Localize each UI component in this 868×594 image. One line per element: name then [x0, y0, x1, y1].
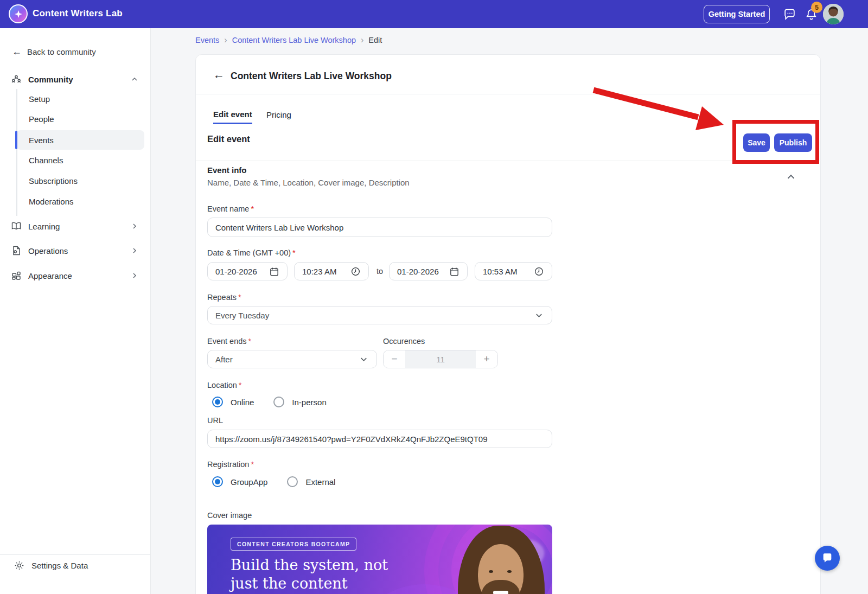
start-date-input[interactable]: 01-20-2026 [207, 262, 288, 280]
divider [196, 161, 821, 161]
operations-icon [11, 245, 22, 256]
chevron-right-icon [130, 270, 139, 281]
registration-groupapp-radio[interactable] [212, 476, 223, 487]
end-date-input[interactable]: 01-20-2026 [389, 262, 468, 280]
brand-logo[interactable] [9, 4, 28, 23]
breadcrumb-workshop-link[interactable]: Content Writers Lab Live Workshop [232, 36, 356, 44]
occurrences-stepper: − 11 + [383, 350, 498, 368]
url-label: URL [207, 416, 223, 425]
sidebar-item-events[interactable]: Events [0, 130, 151, 150]
location-online-radio[interactable] [212, 397, 223, 407]
occurrences-value: 11 [405, 350, 476, 368]
repeats-select[interactable]: Every Tuesday [207, 306, 552, 324]
registration-radio-group: GroupApp External [212, 476, 347, 487]
location-inperson-radio[interactable] [273, 397, 284, 407]
breadcrumb: Events › Content Writers Lab Live Worksh… [195, 35, 382, 45]
increment-button[interactable]: + [476, 350, 497, 368]
required-asterisk: * [248, 337, 252, 346]
to-label: to [376, 267, 383, 276]
main-content: Events › Content Writers Lab Live Worksh… [151, 28, 868, 594]
cover-image[interactable]: CONTENT CREATORS BOOTCAMP Build the syst… [207, 525, 552, 594]
page-heading: Edit event [207, 134, 250, 144]
notification-count-badge: 5 [811, 2, 822, 13]
calendar-icon [269, 266, 279, 277]
sidebar-item-subscriptions[interactable]: Subscriptions [0, 171, 151, 190]
sidebar-section-community[interactable]: Community [0, 69, 151, 89]
brand-title: Content Writers Lab [33, 8, 123, 19]
section-title: Event info [207, 165, 247, 175]
event-title: Content Writers Lab Live Workshop [231, 71, 392, 82]
tab-edit-event[interactable]: Edit event [213, 105, 252, 124]
avatar-image [823, 4, 844, 24]
sidebar-item-settings-data[interactable]: Settings & Data [0, 555, 151, 575]
sparkle-icon [13, 9, 24, 20]
sidebar-footer-divider [0, 554, 151, 555]
clock-icon [534, 266, 544, 277]
event-name-label: Event name* [207, 205, 254, 213]
required-asterisk: * [239, 381, 242, 389]
sidebar-section-operations[interactable]: Operations [0, 241, 151, 260]
breadcrumb-separator: › [224, 35, 227, 45]
back-arrow-button[interactable]: ← [213, 69, 225, 80]
cover-badge: CONTENT CREATORS BOOTCAMP [231, 538, 356, 551]
edit-event-card: ← Content Writers Lab Live Workshop Edit… [195, 54, 821, 594]
appearance-icon [11, 270, 22, 281]
sidebar-item-people[interactable]: People [0, 109, 151, 129]
breadcrumb-events-link[interactable]: Events [195, 36, 219, 44]
url-field [207, 430, 552, 448]
section-subtitle: Name, Date & Time, Location, Cover image… [207, 178, 410, 187]
event-name-field [207, 218, 552, 237]
sidebar: ← Back to community Community Setup Peop… [0, 28, 151, 594]
event-name-input[interactable] [215, 223, 544, 232]
gear-icon [14, 560, 24, 571]
registration-external-radio[interactable] [287, 476, 298, 487]
location-inperson-label: In-person [292, 398, 326, 407]
chevron-right-icon [130, 221, 139, 232]
breadcrumb-separator: › [361, 35, 363, 45]
tab-pricing[interactable]: Pricing [266, 105, 291, 124]
chat-bubble-icon [821, 552, 833, 564]
location-online-label: Online [231, 398, 254, 407]
section-collapse-icon[interactable] [785, 171, 797, 183]
url-input[interactable] [215, 435, 544, 444]
start-time-input[interactable]: 10:23 AM [294, 262, 369, 280]
user-avatar[interactable] [823, 4, 844, 24]
breadcrumb-current: Edit [368, 36, 382, 44]
back-to-community-link[interactable]: ← Back to community [0, 42, 151, 61]
registration-external-label: External [305, 477, 335, 487]
sidebar-item-channels[interactable]: Channels [0, 150, 151, 170]
repeats-label: Repeats* [207, 293, 241, 302]
required-asterisk: * [292, 248, 296, 257]
community-icon [11, 74, 22, 85]
learning-book-icon [11, 221, 22, 232]
chevron-up-icon[interactable] [130, 74, 139, 85]
chat-launcher-button[interactable] [815, 546, 840, 571]
chevron-right-icon [130, 245, 139, 256]
required-asterisk: * [238, 293, 241, 302]
registration-label: Registration* [207, 460, 254, 469]
location-radio-group: Online In-person [212, 397, 339, 407]
chevron-down-icon [534, 310, 544, 321]
calendar-icon [449, 266, 459, 277]
app-header: Content Writers Lab Getting Started 5 [0, 0, 868, 28]
location-label: Location* [207, 381, 241, 389]
required-asterisk: * [251, 205, 254, 213]
clock-icon [350, 266, 361, 277]
back-arrow-icon: ← [12, 47, 22, 56]
end-time-input[interactable]: 10:53 AM [475, 262, 552, 280]
chevron-down-icon [359, 354, 369, 365]
divider [196, 94, 821, 94]
save-button[interactable]: Save [743, 133, 770, 152]
sidebar-item-moderations[interactable]: Moderations [0, 191, 151, 211]
cover-image-label: Cover image [207, 511, 252, 520]
cover-headline: Build the system, not just the content [231, 556, 410, 593]
event-ends-select[interactable]: After [207, 350, 377, 368]
sidebar-section-appearance[interactable]: Appearance [0, 266, 151, 285]
sidebar-item-setup[interactable]: Setup [0, 89, 151, 108]
getting-started-button[interactable]: Getting Started [704, 5, 770, 23]
occurrences-label: Occurences [383, 337, 425, 346]
decrement-button[interactable]: − [384, 350, 405, 368]
sidebar-section-learning[interactable]: Learning [0, 216, 151, 236]
publish-button[interactable]: Publish [774, 133, 812, 152]
messages-icon[interactable] [783, 8, 796, 21]
